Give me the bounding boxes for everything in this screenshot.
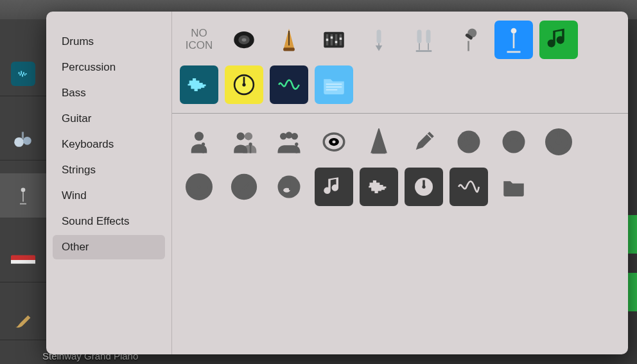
pen-icon[interactable] (405, 123, 443, 161)
svg-point-44 (249, 143, 252, 146)
svg-point-0 (14, 137, 24, 146)
sidebar-item-other[interactable]: Other (53, 235, 165, 259)
svg-rect-37 (326, 89, 338, 91)
mic-stand-icon[interactable] (494, 21, 533, 59)
mic-pair-icon[interactable] (405, 21, 443, 59)
track-header-column (0, 19, 46, 364)
clock-yellow-icon[interactable] (225, 65, 263, 104)
svg-rect-25 (419, 43, 420, 50)
icon-picker-popover: Drums Percussion Bass Guitar Keyboards S… (46, 12, 628, 354)
track-row[interactable] (0, 51, 46, 96)
svg-rect-22 (378, 43, 380, 46)
icon-area: NO ICON (172, 12, 628, 354)
sidebar-item-bass[interactable]: Bass (53, 81, 165, 105)
outline-icons-section (172, 114, 628, 215)
svg-rect-35 (326, 83, 342, 85)
track-row[interactable] (0, 238, 46, 282)
svg-rect-19 (335, 41, 338, 44)
svg-point-3 (21, 187, 26, 192)
compass-icon[interactable] (225, 168, 263, 206)
svg-rect-61 (558, 131, 560, 137)
track-row[interactable] (0, 295, 46, 340)
svg-rect-31 (513, 33, 515, 48)
track-row[interactable] (0, 116, 46, 160)
svg-rect-48 (296, 145, 298, 153)
svg-point-42 (245, 132, 252, 140)
svg-rect-36 (326, 87, 342, 88)
speaker-icon[interactable] (225, 21, 263, 59)
svg-point-34 (242, 83, 245, 86)
preset-icons-section: NO ICON (172, 12, 628, 113)
music-note-icon[interactable] (539, 21, 578, 59)
sidebar-item-guitar[interactable]: Guitar (53, 107, 165, 131)
folder-outline-icon[interactable] (494, 168, 533, 206)
svg-point-49 (295, 143, 298, 146)
folder-icon[interactable] (315, 65, 353, 104)
svg-rect-6 (11, 260, 35, 264)
wave-tile-icon[interactable] (449, 168, 488, 206)
svg-rect-10 (283, 48, 295, 51)
svg-point-47 (292, 133, 299, 140)
svg-rect-53 (372, 151, 386, 153)
person-mic-icon[interactable] (180, 123, 218, 161)
waveform-tile-icon[interactable] (360, 168, 398, 206)
group-mic-icon[interactable] (270, 123, 308, 161)
svg-point-30 (511, 28, 517, 34)
svg-rect-11 (288, 31, 290, 46)
svg-point-38 (195, 132, 204, 141)
metronome-outline-icon[interactable] (360, 123, 398, 161)
svg-rect-4 (22, 192, 24, 202)
svg-point-46 (286, 132, 293, 139)
svg-rect-14 (331, 34, 333, 46)
sidebar-item-percussion[interactable]: Percussion (53, 55, 165, 80)
keyboard-icon (11, 248, 35, 272)
mic-dynamic-icon[interactable] (449, 21, 488, 59)
mic-single-icon[interactable] (360, 21, 398, 59)
track-row-selected[interactable] (0, 173, 46, 218)
svg-rect-43 (250, 145, 252, 153)
metronome-icon[interactable] (270, 21, 308, 59)
fader-circle-icon[interactable] (494, 123, 533, 161)
svg-rect-18 (331, 37, 333, 39)
svg-point-52 (332, 141, 335, 143)
svg-rect-2 (22, 132, 24, 139)
svg-rect-39 (202, 145, 204, 153)
svg-point-41 (237, 132, 245, 140)
drumkit-icon (11, 126, 35, 150)
music-circle-icon[interactable] (449, 123, 488, 161)
svg-rect-58 (510, 139, 518, 142)
note-circle-icon[interactable] (270, 168, 308, 206)
sidebar-item-strings[interactable]: Strings (53, 158, 165, 182)
waveform-icon[interactable] (180, 65, 218, 104)
speaker-outline-icon[interactable] (315, 123, 353, 161)
no-icon-option[interactable]: NO ICON (180, 21, 218, 59)
svg-rect-20 (340, 38, 342, 40)
waveform-small-icon[interactable] (270, 65, 308, 104)
person-pair-mic-icon[interactable] (225, 123, 263, 161)
svg-rect-17 (326, 39, 329, 41)
category-sidebar: Drums Percussion Bass Guitar Keyboards S… (46, 12, 172, 354)
svg-rect-54 (378, 133, 380, 149)
svg-point-1 (23, 136, 31, 144)
svg-point-40 (202, 143, 205, 146)
svg-rect-23 (417, 30, 422, 43)
clock-tile-icon[interactable] (405, 168, 443, 206)
svg-rect-29 (467, 41, 469, 51)
sidebar-item-drums[interactable]: Drums (53, 30, 165, 54)
clock-circle-icon[interactable] (180, 168, 218, 206)
svg-point-69 (422, 185, 425, 188)
sidebar-item-wind[interactable]: Wind (53, 184, 165, 208)
svg-point-45 (280, 133, 287, 140)
sidebar-item-keyboards[interactable]: Keyboards (53, 132, 165, 157)
svg-point-63 (197, 185, 200, 188)
track-wave-icon (11, 62, 35, 86)
mixer-icon[interactable] (315, 21, 353, 59)
dial-icon[interactable] (539, 123, 578, 161)
svg-rect-67 (289, 180, 291, 191)
svg-rect-15 (335, 34, 338, 46)
svg-rect-21 (377, 30, 381, 43)
sidebar-item-sound-effects[interactable]: Sound Effects (53, 209, 165, 234)
svg-rect-26 (428, 43, 429, 50)
svg-rect-24 (426, 30, 431, 43)
music-tile-icon[interactable] (315, 168, 353, 206)
